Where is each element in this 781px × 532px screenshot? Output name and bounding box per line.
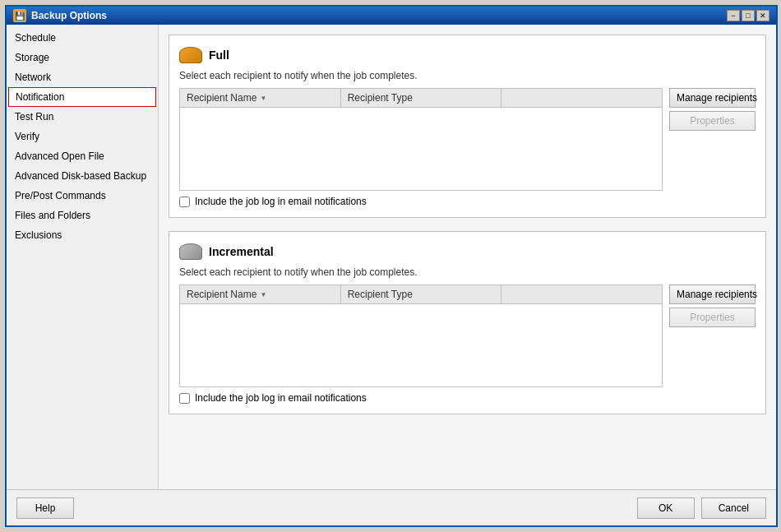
incremental-col-extra <box>501 285 662 303</box>
incremental-section: Incremental Select each recipient to not… <box>169 231 766 414</box>
sidebar-item-advanced-disk-backup[interactable]: Advanced Disk-based Backup <box>7 166 158 186</box>
sidebar-item-schedule[interactable]: Schedule <box>7 28 158 48</box>
incremental-email-log-checkbox[interactable] <box>179 393 190 404</box>
maximize-button[interactable]: □ <box>742 10 755 21</box>
incremental-recipients-table: Recipient Name ▼ Recipient Type <box>179 285 663 387</box>
full-section: Full Select each recipient to notify whe… <box>169 35 766 218</box>
incremental-title: Incremental <box>209 245 274 258</box>
sidebar-item-advanced-open-file[interactable]: Advanced Open File <box>7 146 158 166</box>
sidebar-item-storage[interactable]: Storage <box>7 48 158 67</box>
incremental-section-body: Recipient Name ▼ Recipient Type Manage r… <box>179 285 756 387</box>
sidebar-item-test-run[interactable]: Test Run <box>7 107 158 127</box>
incremental-manage-recipients-button[interactable]: Manage recipients <box>669 285 756 304</box>
main-content: Schedule Storage Network Notification Te… <box>7 25 776 489</box>
incremental-col-recipient-type: Recipient Type <box>341 285 502 303</box>
full-title: Full <box>209 49 229 62</box>
incremental-table-header: Recipient Name ▼ Recipient Type <box>180 285 662 304</box>
bottom-bar: Help OK Cancel <box>7 489 776 525</box>
incremental-icon <box>179 242 202 261</box>
minimize-button[interactable]: − <box>727 10 740 21</box>
sidebar-item-exclusions[interactable]: Exclusions <box>7 225 158 245</box>
cancel-button[interactable]: Cancel <box>701 497 766 519</box>
full-email-log-label: Include the job log in email notificatio… <box>195 196 367 207</box>
full-table-header: Recipient Name ▼ Recipient Type <box>180 89 662 108</box>
incremental-col-recipient-name: Recipient Name ▼ <box>180 285 341 303</box>
incremental-properties-button[interactable]: Properties <box>669 308 756 327</box>
full-properties-button[interactable]: Properties <box>669 111 756 131</box>
full-manage-recipients-button[interactable]: Manage recipients <box>669 88 756 108</box>
full-icon <box>179 45 202 65</box>
incremental-checkbox-row: Include the job log in email notificatio… <box>179 392 756 404</box>
full-section-buttons: Manage recipients Properties <box>669 88 756 191</box>
sidebar-item-pre-post-commands[interactable]: Pre/Post Commands <box>7 186 158 206</box>
title-bar-controls: − □ ✕ <box>727 10 769 21</box>
sidebar-item-notification[interactable]: Notification <box>8 87 156 107</box>
full-checkbox-row: Include the job log in email notificatio… <box>179 196 756 207</box>
full-section-header: Full <box>179 45 756 65</box>
backup-options-window: 💾 Backup Options − □ ✕ Schedule Storage … <box>5 5 778 527</box>
full-section-body: Recipient Name ▼ Recipient Type Manage r… <box>179 88 756 191</box>
sidebar: Schedule Storage Network Notification Te… <box>7 25 159 489</box>
content-area: Full Select each recipient to notify whe… <box>159 25 776 489</box>
full-table-body <box>180 108 662 190</box>
incremental-description: Select each recipient to notify when the… <box>179 266 756 278</box>
full-col-recipient-name: Recipient Name ▼ <box>180 89 341 107</box>
help-button[interactable]: Help <box>16 497 74 519</box>
full-recipients-table: Recipient Name ▼ Recipient Type <box>179 88 663 191</box>
full-description: Select each recipient to notify when the… <box>179 70 756 81</box>
sidebar-item-verify[interactable]: Verify <box>7 127 158 146</box>
sort-icon: ▼ <box>260 95 266 102</box>
close-button[interactable]: ✕ <box>756 10 769 21</box>
full-col-extra <box>501 89 662 107</box>
window-title: Backup Options <box>31 10 107 21</box>
sidebar-item-network[interactable]: Network <box>7 67 158 87</box>
sidebar-item-files-and-folders[interactable]: Files and Folders <box>7 206 158 225</box>
sort-icon: ▼ <box>260 291 266 298</box>
title-bar-left: 💾 Backup Options <box>13 9 107 22</box>
full-col-recipient-type: Recipient Type <box>341 89 502 107</box>
incremental-section-header: Incremental <box>179 242 756 261</box>
incremental-section-buttons: Manage recipients Properties <box>669 285 756 387</box>
full-email-log-checkbox[interactable] <box>179 197 190 207</box>
window-icon: 💾 <box>13 9 26 22</box>
incremental-email-log-label: Include the job log in email notificatio… <box>195 392 367 404</box>
incremental-table-body <box>180 304 662 386</box>
ok-button[interactable]: OK <box>637 497 695 519</box>
title-bar: 💾 Backup Options − □ ✕ <box>7 7 776 25</box>
bottom-right-buttons: OK Cancel <box>637 497 766 519</box>
